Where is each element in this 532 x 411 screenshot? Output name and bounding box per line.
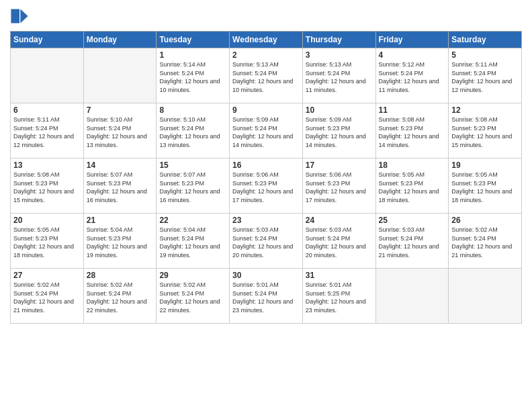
- calendar-cell: 28 Sunrise: 5:02 AM Sunset: 5:24 PM Dayl…: [83, 269, 157, 324]
- calendar-cell: 19 Sunrise: 5:05 AM Sunset: 5:23 PM Dayl…: [449, 158, 522, 214]
- calendar-cell: 2 Sunrise: 5:13 AM Sunset: 5:24 PM Dayli…: [230, 48, 303, 103]
- day-number: 7: [87, 105, 154, 115]
- day-info: Sunrise: 5:07 AM Sunset: 5:23 PM Dayligh…: [87, 171, 154, 204]
- calendar-cell: 7 Sunrise: 5:10 AM Sunset: 5:24 PM Dayli…: [83, 103, 157, 158]
- day-number: 23: [232, 216, 300, 225]
- day-info: Sunrise: 5:08 AM Sunset: 5:23 PM Dayligh…: [13, 171, 81, 204]
- day-number: 25: [379, 216, 446, 225]
- day-number: 1: [159, 50, 226, 60]
- day-number: 5: [451, 50, 519, 60]
- weekday-header: Sunday: [11, 32, 84, 48]
- day-number: 9: [232, 105, 300, 115]
- day-info: Sunrise: 5:05 AM Sunset: 5:23 PM Dayligh…: [451, 171, 519, 204]
- logo: [10, 7, 32, 26]
- calendar-week-row: 1 Sunrise: 5:14 AM Sunset: 5:24 PM Dayli…: [11, 48, 522, 103]
- calendar-cell: 13 Sunrise: 5:08 AM Sunset: 5:23 PM Dayl…: [11, 158, 84, 214]
- day-number: 16: [232, 161, 300, 170]
- calendar-cell: 8 Sunrise: 5:10 AM Sunset: 5:24 PM Dayli…: [157, 103, 230, 158]
- day-info: Sunrise: 5:08 AM Sunset: 5:23 PM Dayligh…: [451, 116, 519, 149]
- day-number: 3: [306, 50, 373, 60]
- day-info: Sunrise: 5:05 AM Sunset: 5:23 PM Dayligh…: [13, 226, 81, 259]
- calendar-cell: 1 Sunrise: 5:14 AM Sunset: 5:24 PM Dayli…: [157, 48, 230, 103]
- calendar-cell: 24 Sunrise: 5:03 AM Sunset: 5:24 PM Dayl…: [302, 214, 375, 269]
- day-info: Sunrise: 5:01 AM Sunset: 5:25 PM Dayligh…: [306, 281, 373, 314]
- calendar-cell: 15 Sunrise: 5:07 AM Sunset: 5:23 PM Dayl…: [157, 158, 230, 214]
- day-number: 15: [159, 161, 226, 170]
- weekday-header: Thursday: [302, 32, 375, 48]
- day-info: Sunrise: 5:02 AM Sunset: 5:24 PM Dayligh…: [13, 281, 81, 314]
- day-info: Sunrise: 5:07 AM Sunset: 5:23 PM Dayligh…: [159, 171, 226, 204]
- calendar-cell: 21 Sunrise: 5:04 AM Sunset: 5:23 PM Dayl…: [83, 214, 157, 269]
- weekday-header: Friday: [375, 32, 449, 48]
- day-info: Sunrise: 5:02 AM Sunset: 5:24 PM Dayligh…: [451, 226, 519, 259]
- calendar-week-row: 27 Sunrise: 5:02 AM Sunset: 5:24 PM Dayl…: [11, 269, 522, 324]
- day-info: Sunrise: 5:10 AM Sunset: 5:24 PM Dayligh…: [87, 116, 154, 149]
- day-info: Sunrise: 5:05 AM Sunset: 5:23 PM Dayligh…: [379, 171, 446, 204]
- day-number: 6: [13, 105, 81, 115]
- calendar-cell: 30 Sunrise: 5:01 AM Sunset: 5:24 PM Dayl…: [230, 269, 303, 324]
- weekday-row: SundayMondayTuesdayWednesdayThursdayFrid…: [11, 32, 522, 48]
- day-info: Sunrise: 5:09 AM Sunset: 5:24 PM Dayligh…: [232, 116, 300, 149]
- calendar-header: SundayMondayTuesdayWednesdayThursdayFrid…: [11, 32, 522, 48]
- day-number: 20: [13, 216, 81, 225]
- day-number: 13: [13, 161, 81, 170]
- day-number: 18: [379, 161, 446, 170]
- day-info: Sunrise: 5:11 AM Sunset: 5:24 PM Dayligh…: [13, 116, 81, 149]
- day-number: 28: [87, 271, 154, 280]
- calendar-table: SundayMondayTuesdayWednesdayThursdayFrid…: [10, 31, 522, 324]
- day-number: 19: [451, 161, 519, 170]
- day-number: 26: [451, 216, 519, 225]
- calendar-cell: 20 Sunrise: 5:05 AM Sunset: 5:23 PM Dayl…: [11, 214, 84, 269]
- calendar-cell: 5 Sunrise: 5:11 AM Sunset: 5:24 PM Dayli…: [449, 48, 522, 103]
- calendar-cell: [375, 269, 449, 324]
- logo-icon: [10, 7, 29, 26]
- day-number: 21: [87, 216, 154, 225]
- calendar-week-row: 6 Sunrise: 5:11 AM Sunset: 5:24 PM Dayli…: [11, 103, 522, 158]
- day-info: Sunrise: 5:04 AM Sunset: 5:24 PM Dayligh…: [159, 226, 226, 259]
- calendar-cell: 27 Sunrise: 5:02 AM Sunset: 5:24 PM Dayl…: [11, 269, 84, 324]
- day-number: 11: [379, 105, 446, 115]
- calendar-cell: 23 Sunrise: 5:03 AM Sunset: 5:24 PM Dayl…: [230, 214, 303, 269]
- calendar-body: 1 Sunrise: 5:14 AM Sunset: 5:24 PM Dayli…: [11, 48, 522, 324]
- weekday-header: Saturday: [449, 32, 522, 48]
- calendar-cell: 31 Sunrise: 5:01 AM Sunset: 5:25 PM Dayl…: [302, 269, 375, 324]
- svg-marker-0: [20, 9, 28, 24]
- day-number: 17: [306, 161, 373, 170]
- day-info: Sunrise: 5:13 AM Sunset: 5:24 PM Dayligh…: [232, 60, 300, 94]
- day-info: Sunrise: 5:11 AM Sunset: 5:24 PM Dayligh…: [451, 60, 519, 94]
- day-info: Sunrise: 5:01 AM Sunset: 5:24 PM Dayligh…: [232, 281, 300, 314]
- day-info: Sunrise: 5:09 AM Sunset: 5:23 PM Dayligh…: [306, 116, 373, 149]
- day-info: Sunrise: 5:03 AM Sunset: 5:24 PM Dayligh…: [232, 226, 300, 259]
- day-number: 31: [306, 271, 373, 280]
- calendar-cell: 10 Sunrise: 5:09 AM Sunset: 5:23 PM Dayl…: [302, 103, 375, 158]
- day-number: 30: [232, 271, 300, 280]
- calendar-cell: 4 Sunrise: 5:12 AM Sunset: 5:24 PM Dayli…: [375, 48, 449, 103]
- day-number: 4: [379, 50, 446, 60]
- calendar-cell: 3 Sunrise: 5:13 AM Sunset: 5:24 PM Dayli…: [302, 48, 375, 103]
- day-info: Sunrise: 5:06 AM Sunset: 5:23 PM Dayligh…: [306, 171, 373, 204]
- day-number: 14: [87, 161, 154, 170]
- calendar-cell: 22 Sunrise: 5:04 AM Sunset: 5:24 PM Dayl…: [157, 214, 230, 269]
- calendar-cell: 16 Sunrise: 5:06 AM Sunset: 5:23 PM Dayl…: [230, 158, 303, 214]
- calendar-cell: 14 Sunrise: 5:07 AM Sunset: 5:23 PM Dayl…: [83, 158, 157, 214]
- calendar-cell: 6 Sunrise: 5:11 AM Sunset: 5:24 PM Dayli…: [11, 103, 84, 158]
- day-info: Sunrise: 5:06 AM Sunset: 5:23 PM Dayligh…: [232, 171, 300, 204]
- day-number: 29: [159, 271, 226, 280]
- day-info: Sunrise: 5:14 AM Sunset: 5:24 PM Dayligh…: [159, 60, 226, 94]
- day-number: 27: [13, 271, 81, 280]
- calendar-cell: 29 Sunrise: 5:02 AM Sunset: 5:24 PM Dayl…: [157, 269, 230, 324]
- day-info: Sunrise: 5:02 AM Sunset: 5:24 PM Dayligh…: [87, 281, 154, 314]
- day-info: Sunrise: 5:10 AM Sunset: 5:24 PM Dayligh…: [159, 116, 226, 149]
- calendar-cell: 18 Sunrise: 5:05 AM Sunset: 5:23 PM Dayl…: [375, 158, 449, 214]
- weekday-header: Tuesday: [157, 32, 230, 48]
- calendar-cell: [449, 269, 522, 324]
- calendar-cell: [83, 48, 157, 103]
- calendar-cell: 12 Sunrise: 5:08 AM Sunset: 5:23 PM Dayl…: [449, 103, 522, 158]
- day-number: 10: [306, 105, 373, 115]
- calendar-cell: [11, 48, 84, 103]
- calendar-cell: 9 Sunrise: 5:09 AM Sunset: 5:24 PM Dayli…: [230, 103, 303, 158]
- calendar-cell: 25 Sunrise: 5:03 AM Sunset: 5:24 PM Dayl…: [375, 214, 449, 269]
- calendar-cell: 26 Sunrise: 5:02 AM Sunset: 5:24 PM Dayl…: [449, 214, 522, 269]
- calendar-cell: 17 Sunrise: 5:06 AM Sunset: 5:23 PM Dayl…: [302, 158, 375, 214]
- day-number: 8: [159, 105, 226, 115]
